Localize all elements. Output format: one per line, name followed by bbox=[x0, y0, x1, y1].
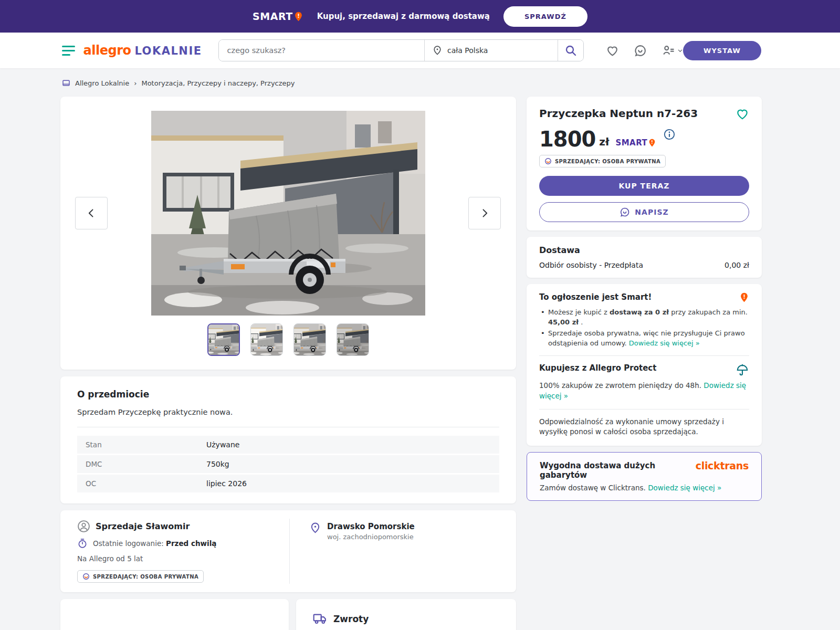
favorites-heart-icon[interactable] bbox=[606, 44, 620, 57]
location-value: cała Polska bbox=[447, 46, 488, 55]
smart-logo: SMART ! bbox=[253, 10, 303, 22]
attribute-value: lipiec 2026 bbox=[206, 479, 247, 488]
seller-card: Sprzedaje Sławomir Ostatnie logowanie: P… bbox=[60, 510, 516, 592]
smart-benefits-list: Możesz je kupić z dostawą za 0 zł przy z… bbox=[539, 308, 749, 348]
smart-pin-icon: ! bbox=[648, 139, 656, 147]
thumbnail-1[interactable] bbox=[207, 323, 240, 356]
delivery-price: 0,00 zł bbox=[724, 261, 749, 269]
clicktrans-title: Wygodna dostawa dużych gabarytów bbox=[540, 461, 696, 480]
protect-title: Kupujesz z Allegro Protect bbox=[539, 363, 656, 373]
account-menu[interactable] bbox=[662, 44, 683, 57]
info-icon[interactable] bbox=[664, 129, 675, 142]
returns-title: Zwroty bbox=[333, 614, 369, 624]
learn-more-link[interactable]: Dowiedz się więcej » bbox=[648, 484, 721, 492]
seller-location: Drawsko Pomorskie woj. zachodniopomorski… bbox=[288, 520, 499, 583]
location-pin-icon bbox=[432, 45, 443, 56]
attribute-label: DMC bbox=[86, 460, 206, 468]
avatar-icon bbox=[77, 520, 90, 533]
smiley-icon bbox=[544, 158, 552, 165]
price: 1800 zł SMART ! bbox=[539, 129, 749, 150]
header-icons bbox=[606, 44, 683, 57]
clicktrans-card: Wygodna dostawa dużych gabarytów clicktr… bbox=[527, 452, 762, 501]
chevron-left-icon bbox=[86, 208, 97, 218]
price-currency: zł bbox=[599, 135, 609, 150]
divider bbox=[539, 355, 749, 356]
learn-more-link[interactable]: Dowiedz się więcej » bbox=[629, 339, 700, 347]
messages-chat-icon[interactable] bbox=[634, 44, 647, 57]
menu-hamburger-icon[interactable] bbox=[62, 46, 75, 56]
attribute-label: Stan bbox=[86, 440, 206, 449]
thumbnail-2[interactable] bbox=[250, 323, 283, 356]
seller-info: Sprzedaje Sławomir Ostatnie logowanie: P… bbox=[77, 520, 288, 583]
main-content: O przedmiocie Sprzedam Przyczepkę prakty… bbox=[60, 97, 762, 630]
thumbnail-4[interactable] bbox=[337, 323, 369, 356]
smart-info-card: To ogłoszenie jest Smart! ! Możesz je ku… bbox=[527, 284, 762, 446]
location-pin-icon bbox=[309, 522, 321, 534]
search-button[interactable] bbox=[558, 40, 583, 61]
attribute-value: 750kg bbox=[206, 460, 229, 468]
seller-type-badge-label: SPRZEDAJĄCY: OSOBA PRYWATNA bbox=[555, 159, 660, 164]
thumbnail-strip bbox=[60, 323, 516, 356]
offer-card: Przyczepka Neptun n7-263 1800 zł SMART !… bbox=[527, 97, 762, 230]
favorite-heart-icon[interactable] bbox=[736, 107, 749, 122]
bottom-cards: Zwroty Sprzedaje osoba prywatna, więc ni… bbox=[60, 599, 516, 630]
smart-pin-icon: ! bbox=[739, 292, 749, 302]
breadcrumb-category[interactable]: Motoryzacja, Przyczepy i naczepy, Przycz… bbox=[141, 79, 295, 87]
offer-title: Przyczepka Neptun n7-263 bbox=[539, 107, 698, 120]
smart-logo-text: SMART bbox=[253, 10, 293, 22]
divider bbox=[539, 409, 749, 410]
attribute-row: Stan Używane bbox=[77, 436, 499, 454]
seller-region: woj. zachodniopomorskie bbox=[327, 533, 415, 541]
main-photo[interactable] bbox=[151, 111, 425, 316]
chevron-right-icon bbox=[479, 208, 490, 218]
gallery-prev-button[interactable] bbox=[75, 197, 108, 229]
seller-name[interactable]: Sprzedaje Sławomir bbox=[96, 521, 190, 531]
svg-text:!: ! bbox=[297, 12, 300, 18]
smart-benefit: Sprzedaje osoba prywatna, więc nie przys… bbox=[539, 329, 749, 349]
banner-check-button[interactable]: SPRAWDŹ bbox=[503, 6, 587, 27]
search-icon bbox=[564, 44, 577, 57]
smart-badge: SMART ! bbox=[615, 138, 656, 150]
smiley-icon bbox=[82, 573, 90, 580]
publish-offer-button[interactable]: WYSTAW bbox=[683, 41, 761, 60]
delivery-title: Dostawa bbox=[539, 245, 749, 255]
logo-lokalnie: LOKALNIE bbox=[134, 45, 202, 57]
returns-card: Zwroty Sprzedaje osoba prywatna, więc ni… bbox=[296, 599, 516, 630]
banner-headline: Kupuj, sprzedawaj z darmową dostawą bbox=[317, 12, 490, 21]
seller-type-badge-label: SPRZEDAJĄCY: OSOBA PRYWATNA bbox=[93, 574, 198, 580]
attribute-value: Używane bbox=[206, 440, 239, 449]
truck-icon bbox=[313, 612, 327, 626]
allegro-lokalnie-logo[interactable]: allegro LOKALNIE bbox=[83, 43, 202, 58]
svg-text:!: ! bbox=[651, 140, 653, 145]
buy-now-button[interactable]: KUP TERAZ bbox=[539, 176, 749, 196]
protect-text: 100% zakupów ze zwrotem pieniędzy do 48h… bbox=[539, 381, 749, 401]
window-icon bbox=[62, 79, 70, 87]
price-amount: 1800 bbox=[539, 129, 595, 150]
about-title: O przedmiocie bbox=[77, 389, 499, 400]
seller-type-badge: SPRZEDAJĄCY: OSOBA PRYWATNA bbox=[77, 570, 204, 583]
message-seller-button[interactable]: NAPISZ bbox=[539, 202, 749, 222]
gallery-next-button[interactable] bbox=[468, 197, 501, 229]
breadcrumb-root[interactable]: Allegro Lokalnie bbox=[75, 79, 129, 87]
message-button-label: NAPISZ bbox=[635, 208, 668, 216]
attribute-row: OC lipiec 2026 bbox=[77, 475, 499, 492]
smart-pin-icon: ! bbox=[293, 12, 303, 22]
photo-gallery-card bbox=[60, 97, 516, 370]
last-login-value: Przed chwilą bbox=[166, 539, 216, 548]
stopwatch-icon bbox=[77, 538, 88, 549]
responsibility-disclaimer: Odpowiedzialność za wykonanie umowy sprz… bbox=[539, 417, 749, 437]
delivery-card: Dostawa Odbiór osobisty - Przedpłata 0,0… bbox=[527, 237, 762, 278]
seller-tenure: Na Allegro od 5 lat bbox=[77, 554, 143, 563]
thumbnail-3[interactable] bbox=[293, 323, 326, 356]
smart-info-title: To ogłoszenie jest Smart! bbox=[539, 292, 652, 302]
clicktrans-text: Zamów dostawę w Clicktrans. Dowiedz się … bbox=[540, 484, 749, 492]
svg-text:!: ! bbox=[743, 293, 746, 300]
last-login-label: Ostatnie logowanie: bbox=[93, 539, 164, 548]
search-input[interactable] bbox=[219, 40, 424, 61]
smart-promo-banner: SMART ! Kupuj, sprzedawaj z darmową dost… bbox=[0, 0, 840, 33]
attribute-row: DMC 750kg bbox=[77, 455, 499, 473]
breadcrumb: Allegro Lokalnie › Motoryzacja, Przyczep… bbox=[62, 79, 840, 87]
delivery-option-row: Odbiór osobisty - Przedpłata 0,00 zł bbox=[539, 261, 749, 269]
delivery-method: Odbiór osobisty - Przedpłata bbox=[539, 261, 643, 269]
location-selector[interactable]: cała Polska bbox=[424, 40, 558, 61]
